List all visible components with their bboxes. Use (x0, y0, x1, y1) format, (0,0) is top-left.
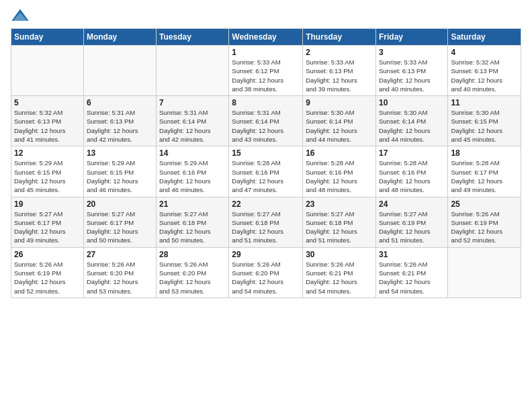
calendar-cell: 17Sunrise: 5:28 AM Sunset: 6:16 PM Dayli… (375, 146, 447, 197)
day-number: 28 (159, 250, 226, 259)
calendar-cell (11, 46, 84, 96)
day-number: 6 (87, 98, 153, 107)
day-number: 4 (451, 48, 518, 57)
day-header-tuesday: Tuesday (157, 29, 229, 46)
day-info: Sunrise: 5:27 AM Sunset: 6:18 PM Dayligh… (232, 210, 300, 245)
header-row: SundayMondayTuesdayWednesdayThursdayFrid… (11, 29, 521, 46)
calendar-cell: 30Sunrise: 5:26 AM Sunset: 6:21 PM Dayli… (303, 247, 376, 298)
calendar-cell: 18Sunrise: 5:28 AM Sunset: 6:17 PM Dayli… (448, 146, 521, 197)
day-header-monday: Monday (83, 29, 156, 46)
calendar-cell: 8Sunrise: 5:31 AM Sunset: 6:14 PM Daylig… (229, 96, 303, 146)
day-number: 2 (306, 48, 373, 57)
calendar-cell: 9Sunrise: 5:30 AM Sunset: 6:14 PM Daylig… (303, 96, 376, 146)
day-info: Sunrise: 5:26 AM Sunset: 6:20 PM Dayligh… (232, 260, 300, 295)
calendar-cell: 6Sunrise: 5:31 AM Sunset: 6:13 PM Daylig… (83, 96, 156, 146)
calendar-cell: 3Sunrise: 5:33 AM Sunset: 6:13 PM Daylig… (375, 46, 447, 96)
calendar-cell: 16Sunrise: 5:28 AM Sunset: 6:16 PM Dayli… (303, 146, 376, 197)
week-row: 12Sunrise: 5:29 AM Sunset: 6:15 PM Dayli… (11, 146, 521, 197)
day-info: Sunrise: 5:32 AM Sunset: 6:13 PM Dayligh… (451, 58, 518, 93)
calendar-cell: 21Sunrise: 5:27 AM Sunset: 6:18 PM Dayli… (157, 197, 229, 247)
day-info: Sunrise: 5:31 AM Sunset: 6:14 PM Dayligh… (159, 108, 226, 144)
logo (11, 7, 32, 26)
day-number: 23 (306, 199, 373, 209)
calendar-cell: 7Sunrise: 5:31 AM Sunset: 6:14 PM Daylig… (157, 96, 229, 146)
day-info: Sunrise: 5:33 AM Sunset: 6:12 PM Dayligh… (232, 58, 300, 93)
day-header-friday: Friday (375, 29, 447, 46)
week-row: 1Sunrise: 5:33 AM Sunset: 6:12 PM Daylig… (11, 46, 521, 96)
day-number: 21 (159, 199, 226, 209)
day-info: Sunrise: 5:32 AM Sunset: 6:13 PM Dayligh… (14, 108, 81, 144)
calendar-cell: 27Sunrise: 5:26 AM Sunset: 6:20 PM Dayli… (83, 247, 156, 298)
calendar-cell: 23Sunrise: 5:27 AM Sunset: 6:18 PM Dayli… (303, 197, 376, 247)
day-info: Sunrise: 5:26 AM Sunset: 6:19 PM Dayligh… (451, 210, 518, 245)
day-number: 22 (232, 199, 300, 209)
calendar-cell: 31Sunrise: 5:26 AM Sunset: 6:21 PM Dayli… (375, 247, 447, 298)
day-number: 13 (87, 148, 153, 158)
calendar-cell: 24Sunrise: 5:27 AM Sunset: 6:19 PM Dayli… (375, 197, 447, 247)
calendar-cell: 11Sunrise: 5:30 AM Sunset: 6:15 PM Dayli… (448, 96, 521, 146)
calendar-cell: 10Sunrise: 5:30 AM Sunset: 6:14 PM Dayli… (375, 96, 447, 146)
calendar-cell: 13Sunrise: 5:29 AM Sunset: 6:15 PM Dayli… (83, 146, 156, 197)
day-info: Sunrise: 5:27 AM Sunset: 6:18 PM Dayligh… (306, 210, 373, 245)
calendar-cell: 14Sunrise: 5:29 AM Sunset: 6:16 PM Dayli… (157, 146, 229, 197)
day-info: Sunrise: 5:29 AM Sunset: 6:15 PM Dayligh… (14, 158, 81, 194)
day-number: 31 (379, 250, 445, 259)
day-info: Sunrise: 5:28 AM Sunset: 6:16 PM Dayligh… (306, 158, 373, 194)
day-info: Sunrise: 5:28 AM Sunset: 6:16 PM Dayligh… (232, 158, 300, 194)
calendar-cell: 1Sunrise: 5:33 AM Sunset: 6:12 PM Daylig… (229, 46, 303, 96)
day-number: 17 (379, 148, 445, 158)
day-info: Sunrise: 5:26 AM Sunset: 6:21 PM Dayligh… (306, 260, 373, 295)
day-number: 9 (306, 98, 373, 107)
day-info: Sunrise: 5:26 AM Sunset: 6:20 PM Dayligh… (159, 260, 226, 295)
day-info: Sunrise: 5:29 AM Sunset: 6:15 PM Dayligh… (87, 158, 153, 194)
calendar-cell: 26Sunrise: 5:26 AM Sunset: 6:19 PM Dayli… (11, 247, 84, 298)
day-info: Sunrise: 5:33 AM Sunset: 6:13 PM Dayligh… (379, 58, 445, 93)
calendar-cell: 29Sunrise: 5:26 AM Sunset: 6:20 PM Dayli… (229, 247, 303, 298)
day-number: 3 (379, 48, 445, 57)
day-number: 15 (232, 148, 300, 158)
day-number: 27 (87, 250, 153, 259)
day-number: 14 (159, 148, 226, 158)
day-number: 20 (87, 199, 153, 209)
day-info: Sunrise: 5:26 AM Sunset: 6:20 PM Dayligh… (87, 260, 153, 295)
logo-icon (11, 7, 30, 26)
calendar-cell (157, 46, 229, 96)
calendar-cell (83, 46, 156, 96)
calendar-cell: 28Sunrise: 5:26 AM Sunset: 6:20 PM Dayli… (157, 247, 229, 298)
day-number: 19 (14, 199, 81, 209)
day-info: Sunrise: 5:27 AM Sunset: 6:17 PM Dayligh… (14, 210, 81, 245)
calendar-cell: 12Sunrise: 5:29 AM Sunset: 6:15 PM Dayli… (11, 146, 84, 197)
day-info: Sunrise: 5:33 AM Sunset: 6:13 PM Dayligh… (306, 58, 373, 93)
day-number: 24 (379, 199, 445, 209)
calendar-header: SundayMondayTuesdayWednesdayThursdayFrid… (11, 29, 521, 46)
day-info: Sunrise: 5:28 AM Sunset: 6:16 PM Dayligh… (379, 158, 445, 194)
day-number: 25 (451, 199, 518, 209)
day-header-wednesday: Wednesday (229, 29, 303, 46)
day-info: Sunrise: 5:31 AM Sunset: 6:13 PM Dayligh… (87, 108, 153, 144)
calendar-cell: 2Sunrise: 5:33 AM Sunset: 6:13 PM Daylig… (303, 46, 376, 96)
day-number: 30 (306, 250, 373, 259)
calendar: SundayMondayTuesdayWednesdayThursdayFrid… (11, 28, 521, 298)
day-info: Sunrise: 5:30 AM Sunset: 6:14 PM Dayligh… (379, 108, 445, 144)
day-header-saturday: Saturday (448, 29, 521, 46)
day-info: Sunrise: 5:27 AM Sunset: 6:19 PM Dayligh… (379, 210, 445, 245)
day-number: 29 (232, 250, 300, 259)
day-number: 16 (306, 148, 373, 158)
week-row: 26Sunrise: 5:26 AM Sunset: 6:19 PM Dayli… (11, 247, 521, 298)
day-number: 12 (14, 148, 81, 158)
header (11, 7, 521, 26)
calendar-cell (448, 247, 521, 298)
calendar-body: 1Sunrise: 5:33 AM Sunset: 6:12 PM Daylig… (11, 46, 521, 298)
day-number: 11 (451, 98, 518, 107)
calendar-cell: 4Sunrise: 5:32 AM Sunset: 6:13 PM Daylig… (448, 46, 521, 96)
page: SundayMondayTuesdayWednesdayThursdayFrid… (0, 0, 532, 411)
day-number: 5 (14, 98, 81, 107)
day-number: 26 (14, 250, 81, 259)
calendar-cell: 20Sunrise: 5:27 AM Sunset: 6:17 PM Dayli… (83, 197, 156, 247)
calendar-cell: 15Sunrise: 5:28 AM Sunset: 6:16 PM Dayli… (229, 146, 303, 197)
day-info: Sunrise: 5:29 AM Sunset: 6:16 PM Dayligh… (159, 158, 226, 194)
week-row: 5Sunrise: 5:32 AM Sunset: 6:13 PM Daylig… (11, 96, 521, 146)
calendar-cell: 22Sunrise: 5:27 AM Sunset: 6:18 PM Dayli… (229, 197, 303, 247)
week-row: 19Sunrise: 5:27 AM Sunset: 6:17 PM Dayli… (11, 197, 521, 247)
day-info: Sunrise: 5:30 AM Sunset: 6:15 PM Dayligh… (451, 108, 518, 144)
